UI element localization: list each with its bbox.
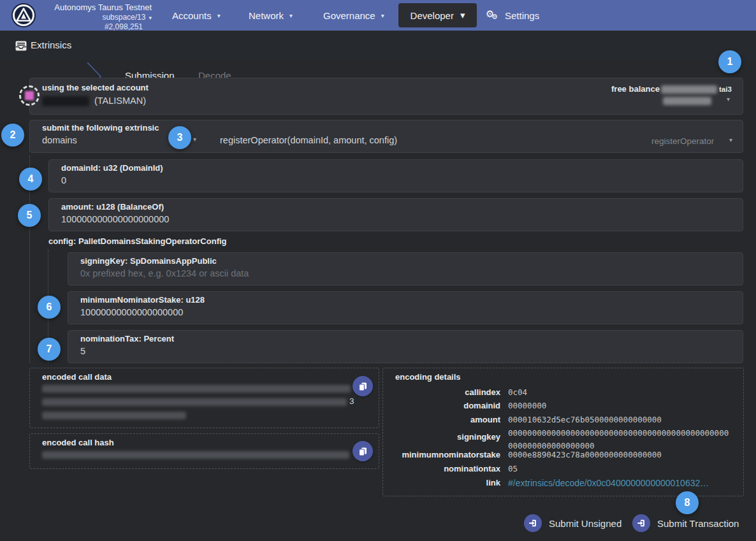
free-balance-value-redacted <box>661 85 717 94</box>
account-name-redacted <box>42 96 89 106</box>
annotation-step-2: 2 <box>1 124 24 147</box>
pallet-select-chevron-icon[interactable]: ▾ <box>193 136 196 143</box>
gear-icon: ⚙ ⚙ <box>486 8 500 22</box>
encoding-row-domainid: domainid 00000000 <box>395 400 733 412</box>
balance-unit: tai3 <box>719 85 732 93</box>
annotation-step-7: 7 <box>38 338 61 361</box>
nav-settings[interactable]: ⚙ ⚙ Settings <box>486 0 539 31</box>
annotation-step-1: 1 <box>718 50 741 73</box>
balance-secondary-redacted <box>663 97 711 105</box>
encoding-row-nominationtax: nominationtax 05 <box>395 463 733 475</box>
param-amount-value[interactable]: 100000000000000000000 <box>61 214 169 224</box>
chevron-down-icon: ▾ <box>460 10 465 21</box>
chevron-down-icon: ▾ <box>217 12 221 19</box>
param-nominationtax-label: nominationTax: Percent <box>80 334 174 343</box>
app-root: Autonomys Taurus Testnet subspace/13▾ #2… <box>0 0 756 541</box>
annotation-step-4: 4 <box>19 168 42 191</box>
nav-network[interactable]: Network ▾ <box>249 0 293 31</box>
pallet-select[interactable]: domains <box>42 135 77 145</box>
encoding-row-link: link #/extrinsics/decode/0x0c04000000000… <box>395 477 733 489</box>
chevron-down-icon: ▾ <box>381 12 384 19</box>
submit-transaction-button[interactable]: Submit Transaction <box>632 514 739 532</box>
free-balance-label: free balance <box>611 84 660 94</box>
extrinsic-select-label: submit the following extrinsic <box>42 123 159 133</box>
param-minstake-label: minimumNominatorStake: u128 <box>80 295 205 305</box>
best-block-number: #2,098,251 <box>43 22 152 31</box>
account-select-label: using the selected account <box>42 83 149 92</box>
call-data-redacted-line3 <box>42 412 186 419</box>
param-config-label: config: PalletDomainsStakingOperatorConf… <box>48 236 227 246</box>
param-nominationtax-value[interactable]: 5 <box>80 346 85 356</box>
encoding-row-minstake: minimumnominatorstake 0000e8890423c78a00… <box>395 449 733 461</box>
autonomys-logo-icon[interactable] <box>11 3 36 28</box>
param-signingkey-label: signingKey: SpDomainsAppPublic <box>80 256 217 266</box>
chevron-down-icon: ▾ <box>149 15 152 21</box>
encoded-call-hash-label: encoded call hash <box>42 438 114 447</box>
copy-icon <box>358 382 368 391</box>
chain-info: Autonomys Taurus Testnet subspace/13▾ #2… <box>43 3 152 31</box>
param-amount-label: amount: u128 (BalanceOf) <box>61 202 164 212</box>
sign-in-icon <box>632 514 650 532</box>
extrinsics-icon <box>15 41 27 51</box>
annotation-step-5: 5 <box>18 204 41 227</box>
encoding-details-title: encoding details <box>395 372 461 382</box>
annotation-step-8: 8 <box>676 491 699 514</box>
account-identicon <box>19 85 40 106</box>
param-signingkey-placeholder[interactable]: 0x prefixed hex, e.g. 0x1234 or ascii da… <box>80 268 249 278</box>
tab-bar: Extrinsics Submission Decode <box>0 31 756 61</box>
call-data-redacted-line2 <box>42 398 347 406</box>
call-name-display[interactable]: registerOperator <box>651 136 714 146</box>
call-data-visible-char: 3 <box>349 396 354 406</box>
call-select-chevron-icon[interactable]: ▾ <box>729 136 732 143</box>
copy-call-data-button[interactable] <box>353 376 373 396</box>
top-header: Autonomys Taurus Testnet subspace/13▾ #2… <box>0 0 756 31</box>
chain-spec-selector[interactable]: subspace/13▾ <box>43 13 152 22</box>
param-domainid-label: domainId: u32 (DomainId) <box>61 163 163 173</box>
annotation-step-3: 3 <box>168 126 191 149</box>
copy-icon <box>358 447 368 456</box>
annotation-step-6: 6 <box>38 296 61 319</box>
param-domainid-value[interactable]: 0 <box>61 175 66 185</box>
nav-governance[interactable]: Governance ▾ <box>323 0 384 31</box>
submit-unsigned-button[interactable]: Submit Unsigned <box>524 514 622 532</box>
decode-link[interactable]: #/extrinsics/decode/0x0c0400000000000010… <box>508 477 731 489</box>
call-data-redacted-line1 <box>42 385 351 393</box>
encoding-row-callindex: callindex 0c04 <box>395 387 733 399</box>
encoding-row-amount: amount 000010632d5ec76b0500000000000000 <box>395 414 733 426</box>
account-source-suffix: (TALISMAN) <box>94 96 146 106</box>
chevron-down-icon: ▾ <box>289 12 293 19</box>
encoded-call-data-label: encoded call data <box>42 372 112 382</box>
section-title: Extrinsics <box>31 40 71 50</box>
nav-developer[interactable]: Developer ▾ <box>398 3 477 27</box>
nav-accounts[interactable]: Accounts ▾ <box>172 0 221 31</box>
balance-expander-icon[interactable]: ▾ <box>727 96 730 103</box>
call-select[interactable]: registerOperator(domainId, amount, confi… <box>220 135 397 145</box>
param-minstake-value[interactable]: 10000000000000000000 <box>80 307 183 317</box>
copy-call-hash-button[interactable] <box>353 441 373 461</box>
call-hash-redacted <box>42 451 349 459</box>
sign-in-icon <box>524 514 542 532</box>
chain-name: Autonomys Taurus Testnet <box>43 3 152 13</box>
